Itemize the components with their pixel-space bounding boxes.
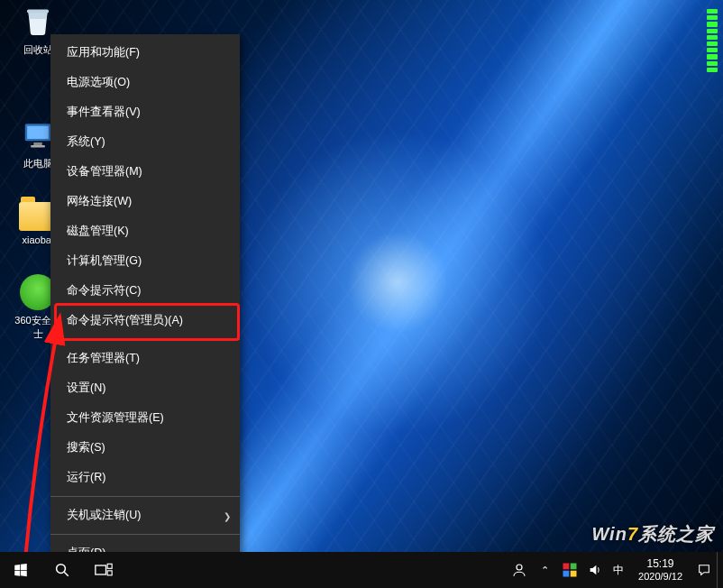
menu-item-label: 应用和功能(F) [67, 46, 140, 59]
svg-line-6 [64, 572, 69, 576]
menu-item[interactable]: 事件查看器(V) [50, 97, 240, 127]
menu-item-label: 搜索(S) [67, 441, 105, 454]
menu-item-label: 命令提示符(管理员)(A) [67, 314, 183, 326]
tray-clock[interactable]: 15:19 2020/9/12 [629, 557, 691, 583]
menu-separator [50, 339, 240, 340]
menu-item[interactable]: 网络连接(W) [50, 187, 240, 216]
menu-item[interactable]: 设备管理器(M) [50, 157, 240, 187]
tray-action-center-icon[interactable] [691, 552, 717, 588]
clock-time: 15:19 [638, 557, 682, 571]
tray-ime-indicator[interactable]: 中 [608, 563, 629, 578]
menu-item[interactable]: 搜索(S) [50, 433, 240, 463]
menu-item-label: 系统(Y) [67, 135, 105, 148]
menu-item-label: 关机或注销(U) [67, 509, 141, 521]
svg-rect-4 [31, 145, 45, 147]
menu-item-label: 任务管理器(T) [67, 352, 140, 364]
svg-rect-12 [571, 564, 577, 570]
menu-item[interactable]: 设置(N) [50, 373, 240, 403]
svg-rect-3 [33, 142, 42, 145]
task-view-button[interactable] [83, 552, 124, 588]
menu-item[interactable]: 运行(R) [50, 463, 240, 492]
menu-item[interactable]: 计算机管理(G) [50, 246, 240, 276]
svg-rect-8 [107, 564, 112, 568]
svg-rect-9 [107, 571, 112, 575]
menu-item-label: 计算机管理(G) [67, 254, 142, 267]
menu-item-label: 命令提示符(C) [67, 284, 141, 297]
taskbar: ⌃ 中 15:19 2020/9/12 [0, 552, 723, 588]
menu-item[interactable]: 任务管理器(T) [50, 344, 240, 373]
tray-security-icon[interactable] [557, 552, 582, 588]
tray-chevron-up-icon[interactable]: ⌃ [532, 552, 557, 588]
svg-rect-11 [563, 564, 570, 570]
menu-separator [50, 534, 240, 535]
chevron-right-icon: ❯ [224, 510, 231, 520]
menu-item-label: 磁盘管理(K) [67, 225, 129, 237]
tray-people-icon[interactable] [507, 552, 532, 588]
menu-item[interactable]: 命令提示符(管理员)(A) [50, 306, 240, 335]
tray-volume-icon[interactable] [582, 552, 608, 588]
show-desktop-button[interactable] [717, 552, 723, 588]
clock-date: 2020/9/12 [638, 571, 682, 583]
watermark: Win7系统之家 [591, 522, 714, 547]
menu-item[interactable]: 命令提示符(C) [50, 276, 240, 306]
svg-rect-13 [563, 571, 570, 577]
svg-rect-0 [27, 10, 49, 14]
menu-item[interactable]: 磁盘管理(K) [50, 216, 240, 246]
svg-point-10 [517, 565, 522, 570]
search-button[interactable] [41, 552, 83, 588]
task-view-icon [95, 563, 113, 577]
menu-item[interactable]: 文件资源管理器(E) [50, 403, 240, 433]
svg-rect-14 [571, 571, 577, 577]
svg-rect-2 [27, 126, 49, 139]
menu-item-label: 网络连接(W) [67, 195, 132, 207]
menu-item-label: 电源选项(O) [67, 76, 130, 88]
menu-item-label: 设置(N) [67, 381, 105, 394]
windows-logo-icon [13, 562, 29, 578]
menu-separator [50, 496, 240, 497]
menu-item[interactable]: 系统(Y) [50, 127, 240, 157]
start-button[interactable] [0, 552, 41, 588]
menu-item-shutdown-signout[interactable]: 关机或注销(U) ❯ [50, 501, 240, 530]
menu-item-label: 事件查看器(V) [67, 106, 141, 118]
menu-item[interactable]: 电源选项(O) [50, 68, 240, 97]
menu-item-label: 运行(R) [67, 471, 105, 483]
menu-item-label: 文件资源管理器(E) [67, 411, 164, 424]
menu-item-label: 设备管理器(M) [67, 165, 142, 178]
search-icon [54, 562, 70, 578]
menu-item[interactable]: 应用和功能(F) [50, 38, 240, 68]
svg-rect-7 [96, 565, 106, 574]
winx-context-menu: 应用和功能(F)电源选项(O)事件查看器(V)系统(Y)设备管理器(M)网络连接… [50, 34, 240, 572]
volume-meter [707, 9, 718, 72]
svg-point-5 [57, 565, 66, 574]
